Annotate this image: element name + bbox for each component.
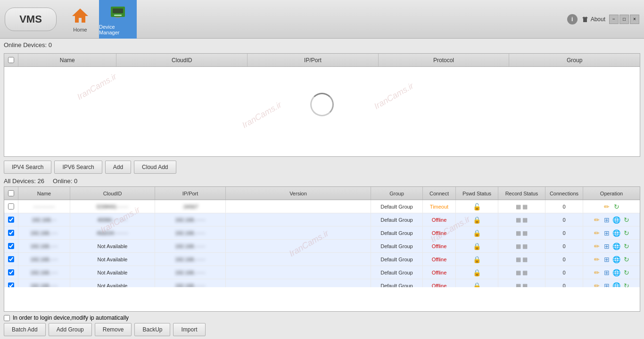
ie-button-6[interactable]: 🌐: [612, 282, 621, 288]
top-table-header: Name CloudID IP/Port Protocol Group: [4, 54, 640, 67]
lock-icon: 🔒: [473, 229, 481, 237]
th-protocol: Protocol: [379, 54, 510, 66]
grid-button-3[interactable]: ⊞: [603, 242, 611, 250]
cloud-add-button[interactable]: Cloud Add: [134, 161, 176, 174]
refresh-button-5[interactable]: ↻: [622, 268, 631, 277]
window-controls: − □ ×: [609, 15, 639, 24]
row-checkbox-0[interactable]: [8, 203, 14, 210]
device-record-5: ▦ ▦: [498, 266, 545, 279]
grid-button-4[interactable]: ⊞: [603, 255, 611, 264]
refresh-button-3[interactable]: ↻: [622, 242, 631, 250]
device-version-0: [226, 200, 371, 213]
refresh-button-6[interactable]: ↻: [622, 282, 631, 288]
batch-add-button[interactable]: Batch Add: [4, 323, 46, 336]
device-operation-6: ✏⊞🌐↻: [583, 279, 640, 287]
ie-button-5[interactable]: 🌐: [612, 268, 621, 277]
table-row: 192.168.···40066···········192.168.·····…: [4, 213, 640, 226]
bottom-table: Name CloudID IP/Port Version Group Conne…: [4, 186, 640, 312]
ipv4-search-button[interactable]: IPV4 Search: [4, 161, 51, 174]
nav-device-manager[interactable]: Device Manager: [99, 0, 137, 39]
edit-button-2[interactable]: ✏: [593, 229, 601, 237]
grid-button-1[interactable]: ⊞: [603, 216, 611, 224]
close-button[interactable]: ×: [630, 15, 639, 24]
row-checkbox-6[interactable]: [8, 282, 14, 287]
device-record-0: ▦ ▦: [498, 200, 545, 213]
device-pswd-3: 🔒: [456, 240, 498, 252]
action-buttons: Batch Add Add Group Remove BackUp Import: [4, 323, 640, 336]
ie-button-4[interactable]: 🌐: [612, 255, 621, 264]
auto-ip-checkbox[interactable]: [4, 315, 10, 321]
device-name-2: 192.168.·····: [18, 226, 70, 239]
svg-rect-3: [114, 15, 122, 16]
grid-button-2[interactable]: ⊞: [603, 229, 611, 237]
refresh-button-2[interactable]: ↻: [622, 229, 631, 237]
device-connect-6: Offline: [423, 279, 456, 287]
bth-connections: Connections: [545, 187, 583, 200]
table-row: 192.168.·····46a534··········192.168.···…: [4, 226, 640, 240]
device-ip-3: 192.168.·······: [155, 240, 226, 252]
remove-button[interactable]: Remove: [95, 323, 132, 336]
row-checkbox-3[interactable]: [8, 243, 14, 249]
ie-button-2[interactable]: 🌐: [612, 229, 621, 237]
device-ip-6: 192.168.·······: [155, 279, 226, 287]
device-ip-2: 192.168.·······: [155, 226, 226, 239]
svg-rect-4: [116, 17, 120, 18]
about-button[interactable]: About: [581, 16, 605, 23]
top-table: Name CloudID IP/Port Protocol Group Iran…: [4, 53, 640, 157]
edit-button-3[interactable]: ✏: [593, 242, 601, 250]
bth-name: Name: [18, 187, 70, 200]
device-operation-2: ✏⊞🌐↻: [583, 226, 640, 239]
device-connections-2: 0: [545, 226, 583, 239]
device-operation-0: ✏↻: [583, 200, 640, 213]
lock-icon: 🔒: [473, 269, 481, 276]
select-all-bottom[interactable]: [8, 190, 14, 196]
device-ip-0: :34567: [155, 200, 226, 213]
device-connect-4: Offline: [423, 253, 456, 266]
bth-checkbox: [4, 187, 18, 200]
row-checkbox-1[interactable]: [8, 217, 14, 223]
backup-button[interactable]: BackUp: [134, 323, 170, 336]
bth-pswd-status: Pswd Status: [456, 187, 498, 200]
info-button[interactable]: i: [567, 14, 578, 24]
device-pswd-0: 🔓: [456, 200, 498, 213]
device-pswd-5: 🔒: [456, 266, 498, 279]
minimize-button[interactable]: −: [609, 15, 619, 24]
ie-button-3[interactable]: 🌐: [612, 242, 621, 250]
home-icon: [71, 6, 90, 25]
all-devices-label: All Devices: 26 Online: 0: [4, 178, 640, 185]
device-name-4: 192.168.·····: [18, 253, 70, 266]
add-button[interactable]: Add: [105, 161, 131, 174]
nav-home[interactable]: Home: [61, 0, 99, 39]
device-connections-4: 0: [545, 253, 583, 266]
import-button[interactable]: Import: [173, 323, 205, 336]
refresh-button-4[interactable]: ↻: [622, 255, 631, 264]
device-name-6: 192.168.·····: [18, 279, 70, 287]
add-group-button[interactable]: Add Group: [49, 323, 92, 336]
row-checkbox-5[interactable]: [8, 269, 14, 275]
maximize-button[interactable]: □: [619, 15, 629, 24]
title-bar: VMS Home Device Manager i About: [0, 0, 644, 39]
row-checkbox-2[interactable]: [8, 230, 14, 236]
edit-button-4[interactable]: ✏: [593, 255, 601, 264]
row-checkbox-4[interactable]: [8, 256, 14, 262]
title-bar-right: i About − □ ×: [567, 14, 644, 24]
refresh-button-0[interactable]: ↻: [612, 202, 621, 211]
table-row: 192.168.·····Not Available192.168.······…: [4, 240, 640, 253]
select-all-top[interactable]: [8, 57, 14, 63]
edit-button-5[interactable]: ✏: [593, 268, 601, 277]
th-cloudid: CloudID: [116, 54, 248, 66]
device-cloudid-6: Not Available: [70, 279, 155, 287]
device-group-3: Default Group: [371, 240, 423, 252]
vms-logo[interactable]: VMS: [5, 8, 57, 31]
device-ip-4: 192.168.·······: [155, 253, 226, 266]
ie-button-1[interactable]: 🌐: [612, 216, 621, 224]
refresh-button-1[interactable]: ↻: [622, 216, 631, 224]
table-row: 192.168.·····Not Available192.168.······…: [4, 279, 640, 287]
grid-button-6[interactable]: ⊞: [603, 282, 611, 288]
grid-button-5[interactable]: ⊞: [603, 268, 611, 277]
ipv6-search-button[interactable]: IPV6 Search: [54, 161, 102, 174]
edit-button-6[interactable]: ✏: [593, 282, 601, 288]
edit-button-0[interactable]: ✏: [603, 202, 611, 211]
bth-group: Group: [371, 187, 423, 200]
edit-button-1[interactable]: ✏: [593, 216, 601, 224]
